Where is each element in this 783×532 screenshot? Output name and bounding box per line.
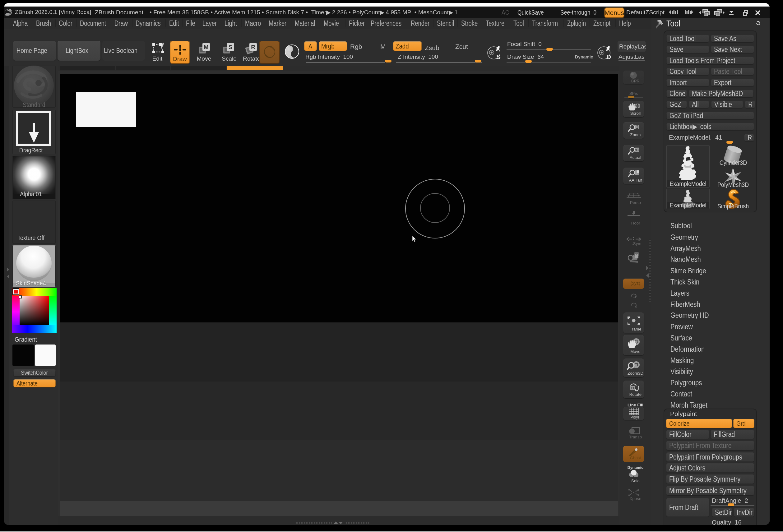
svg-text:S: S [496,53,501,60]
svg-text:S: S [228,44,232,51]
svg-text:R: R [251,44,255,51]
svg-text:D: D [606,53,611,60]
svg-text:x1: x1 [635,148,639,152]
svg-text:z: z [635,304,637,308]
svg-text:M: M [204,44,209,51]
